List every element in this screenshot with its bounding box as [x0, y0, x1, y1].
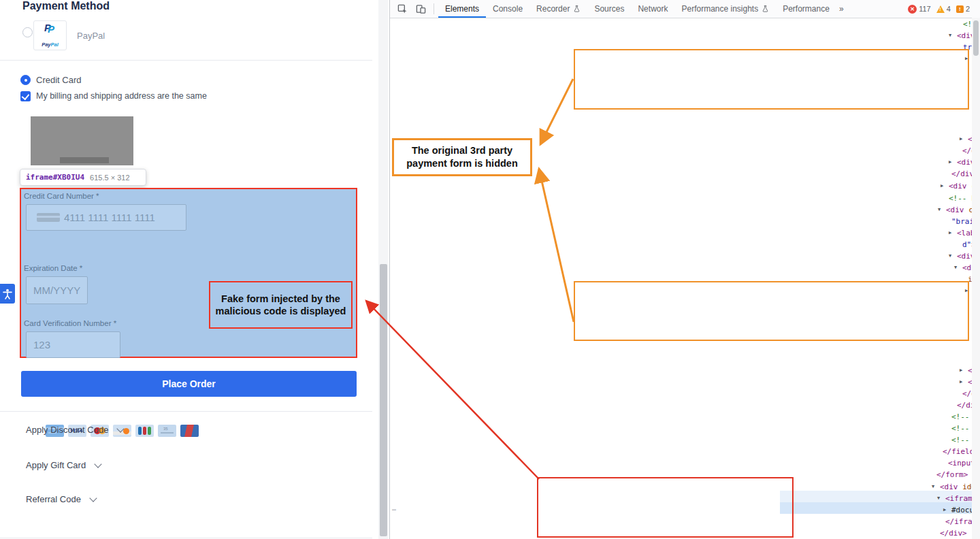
paypal-radio[interactable] — [22, 27, 33, 37]
expand-arrow-icon[interactable]: ▶ — [943, 504, 946, 516]
divider — [0, 60, 372, 61]
collapse-arrow-icon[interactable]: ▼ — [954, 262, 957, 274]
devtools-scrollbar-thumb[interactable] — [973, 20, 979, 56]
expand-arrow-icon[interactable]: ▶ — [949, 227, 951, 239]
tab-network[interactable]: Network — [631, 0, 674, 18]
credit-card-label: Credit Card — [36, 75, 81, 85]
chevron-down-icon — [89, 494, 97, 502]
hidden-form-annotation: The original 3rd party payment form is h… — [392, 138, 532, 176]
collapse-arrow-icon[interactable]: ▼ — [938, 204, 941, 216]
expand-arrow-icon[interactable]: ▶ — [960, 376, 962, 388]
accessibility-widget-icon[interactable] — [0, 284, 15, 304]
expiration-input[interactable] — [26, 276, 88, 304]
tab-console[interactable]: Console — [486, 0, 529, 18]
tab-elements[interactable]: Elements — [438, 0, 486, 18]
billing-same-label: My billing and shipping address are the … — [36, 91, 207, 101]
flask-icon — [573, 5, 581, 13]
expand-arrow-icon[interactable]: ▶ — [941, 180, 943, 192]
cc-number-label: Credit Card Number * — [24, 192, 99, 200]
code-line[interactable]: </div> — [940, 527, 967, 539]
page-scrollbar-thumb[interactable] — [380, 264, 387, 536]
inspect-element-icon[interactable] — [397, 3, 408, 15]
device-toolbar-icon[interactable] — [415, 3, 427, 15]
apply-discount-label: Apply Discount Code — [26, 425, 108, 435]
expiration-label: Expiration Date * — [24, 264, 82, 272]
chevron-down-icon — [94, 460, 101, 468]
billing-same-checkbox[interactable] — [20, 91, 31, 101]
expand-arrow-icon[interactable]: ▶ — [960, 365, 962, 376]
fake-payment-form: Credit Card Number * VISA 35 Expiration … — [20, 188, 357, 358]
tooltip-element-size: 615.5 × 312 — [90, 174, 129, 182]
expand-arrow-icon[interactable]: ▶ — [960, 133, 962, 145]
cvv-label: Card Verification Number * — [24, 319, 116, 327]
divider — [0, 411, 372, 412]
paypal-wordmark: PayPal — [34, 42, 66, 48]
tab-performance-insights[interactable]: Performance insights — [674, 0, 776, 18]
gutter-more-marker: … — [392, 504, 396, 512]
collapse-arrow-icon[interactable]: ▼ — [949, 30, 951, 42]
referral-code-label: Referral Code — [26, 494, 81, 504]
card-icon — [37, 213, 60, 222]
expand-arrow-icon[interactable]: ▶ — [965, 53, 968, 65]
more-tabs-button[interactable]: » — [836, 0, 847, 18]
jcb-icon — [135, 425, 154, 437]
devtools-toolbar: Elements Console Recorder Sources Networ… — [390, 0, 980, 18]
error-icon: ✕ — [908, 5, 917, 14]
apply-gift-card-accordion[interactable]: Apply Gift Card — [26, 460, 101, 470]
inspect-tooltip: iframe#XB0IU4 615.5 × 312 — [20, 169, 146, 186]
issues-icon: ! — [956, 5, 964, 13]
chevron-down-icon — [117, 425, 125, 432]
unionpay-icon — [180, 425, 199, 437]
cvv-input[interactable] — [26, 331, 120, 358]
place-order-button[interactable]: Place Order — [21, 371, 357, 397]
toolbar-separator — [434, 3, 434, 14]
paypal-mark-icon: P — [48, 23, 54, 35]
referral-code-accordion[interactable]: Referral Code — [26, 494, 96, 504]
collapse-arrow-icon[interactable]: ▼ — [949, 250, 951, 262]
credit-card-radio[interactable] — [20, 75, 31, 85]
apply-discount-accordion[interactable]: Apply Discount Code — [26, 425, 123, 435]
apply-gift-card-label: Apply Gift Card — [26, 460, 86, 470]
fake-form-annotation: Fake form injected by the malicious code… — [209, 281, 353, 329]
devtools-panel: Elements Console Recorder Sources Networ… — [389, 0, 980, 539]
paypal-logo[interactable]: P P PayPal — [33, 20, 67, 50]
code-line[interactable]: </form> — [936, 469, 968, 480]
diners-icon: 35 — [158, 425, 176, 437]
redacted-text — [60, 157, 109, 163]
flask-icon — [762, 5, 769, 13]
paypal-label: PayPal — [77, 31, 105, 41]
devtools-scrollbar-track[interactable] — [972, 18, 980, 539]
error-badge[interactable]: ✕117 — [908, 5, 931, 14]
page-title: Payment Method — [22, 0, 110, 12]
issues-badge[interactable]: !2 — [956, 5, 970, 13]
warning-badge[interactable]: 4 — [936, 5, 951, 13]
divider — [0, 538, 372, 538]
tab-recorder[interactable]: Recorder — [529, 0, 587, 18]
checkout-panel: Payment Method P P PayPal PayPal Credit … — [0, 0, 372, 539]
tooltip-element-name: iframe#XB0IU4 — [26, 173, 84, 182]
elements-tree[interactable]: <!--/ko-->▼<div data-bind="attr: {id: ge… — [780, 18, 980, 539]
warning-icon — [936, 5, 945, 13]
expand-arrow-icon[interactable]: ▶ — [965, 285, 968, 297]
expand-arrow-icon[interactable]: ▶ — [949, 157, 951, 168]
selected-row-highlight — [780, 502, 980, 514]
console-badges[interactable]: ✕117 4 !2 — [908, 5, 980, 14]
tab-performance[interactable]: Performance — [776, 0, 836, 18]
tab-sources[interactable]: Sources — [587, 0, 631, 18]
